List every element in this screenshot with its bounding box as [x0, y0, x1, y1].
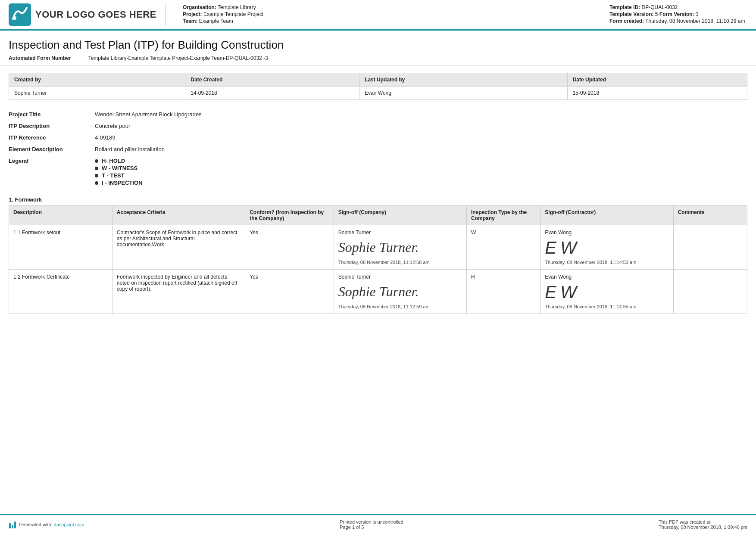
legend-item-3: I - INSPECTION	[95, 180, 143, 186]
info-col-date-updated: Date Updated	[567, 73, 747, 87]
team-line: Team: Example Team	[183, 18, 592, 24]
footer-generated-label: Generated with	[19, 522, 51, 527]
row-1-comments	[673, 270, 747, 314]
col-conform: Conform? (from Inspection by the Company…	[245, 206, 334, 225]
logo-icon	[9, 3, 31, 26]
itp-description-label: ITP Description	[9, 123, 95, 129]
col-signoff-company: Sign-off (Company)	[334, 206, 466, 225]
element-description-value: Bollard and pillar installation	[95, 146, 747, 152]
row-1-signoff-contractor-sig: E W	[545, 282, 669, 302]
header-meta: Organisation: Template Library Project: …	[174, 3, 747, 26]
itp-description-row: ITP Description Concrete pour	[9, 120, 747, 132]
form-created-line: Form created: Thursday, 08 November 2018…	[609, 18, 747, 24]
row-1-signoff-company-sig: Sophie Turner.	[338, 282, 462, 302]
project-line: Project: Example Template Project	[183, 11, 592, 17]
col-inspection-type: Inspection Type by the Company	[467, 206, 540, 225]
row-1-signoff-company: Sophie TurnerSophie Turner.Thursday, 08 …	[334, 270, 466, 314]
col-acceptance: Acceptance Criteria	[112, 206, 245, 225]
logo-text: YOUR LOGO GOES HERE	[35, 9, 156, 20]
bullet-icon-0	[95, 159, 98, 163]
legend-text-0: H- HOLD	[102, 158, 125, 164]
section1-heading: 1. Formwork	[0, 190, 756, 205]
svg-rect-0	[9, 3, 31, 26]
header-meta-center: Organisation: Template Library Project: …	[183, 4, 592, 25]
form-number-label: Automated Form Number	[9, 55, 71, 61]
legend-item-1: W - WITNESS	[95, 165, 143, 171]
row-1-conform: Yes	[245, 270, 334, 314]
row-1-acceptance: Formwork inspected by Engineer and all d…	[112, 270, 245, 314]
footer-pdf-created-label: This PDF was created at	[659, 519, 747, 525]
legend-item-2: T - TEST	[95, 172, 143, 179]
row-1-signoff-contractor-date: Thursday, 08 November 2018, 11:14:55 am	[545, 304, 669, 309]
meta-section: Project Title Wendel Street Apartment Bl…	[0, 107, 756, 190]
row-1-signoff-company-date: Thursday, 08 November 2018, 11:12:59 am	[338, 304, 462, 309]
row-1-signoff-contractor-name: Evan Wong	[545, 274, 669, 280]
itp-reference-row: ITP Reference 4-09189	[9, 132, 747, 143]
legend-text-1: W - WITNESS	[102, 165, 137, 171]
row-0-signoff-company-name: Sophie Turner	[338, 230, 462, 236]
col-description: Description	[9, 206, 112, 225]
row-0-inspection-type: W	[467, 225, 540, 270]
bullet-icon-3	[95, 181, 98, 185]
legend-text-3: I - INSPECTION	[102, 180, 143, 186]
footer-pdf-created-value: Thursday, 08 November 2018, 1:09:46 pm	[659, 525, 747, 530]
row-0-conform: Yes	[245, 225, 334, 270]
template-version-line: Template Version: 5 Form Version: 3	[609, 11, 747, 17]
info-date-created: 14-09-2018	[185, 87, 359, 100]
legend-item-0: H- HOLD	[95, 158, 143, 164]
row-0-signoff-company-date: Thursday, 08 November 2018, 11:12:58 am	[338, 260, 462, 265]
project-title-value: Wendel Street Apartment Block Updgrades	[95, 111, 747, 118]
itp-reference-value: 4-09189	[95, 134, 747, 141]
footer-page-total: of 5	[356, 525, 364, 530]
row-0-description: 1.1 Formwork setout	[9, 225, 112, 270]
footer-generated-link[interactable]: dashpivot.com	[54, 522, 84, 527]
element-description-label: Element Description	[9, 146, 95, 152]
row-0-signoff-contractor-date: Thursday, 08 November 2018, 11:14:53 am	[545, 260, 669, 265]
form-number-value: Template Library-Example Template Projec…	[88, 55, 268, 61]
itp-reference-label: ITP Reference	[9, 134, 95, 141]
org-line: Organisation: Template Library	[183, 4, 592, 10]
svg-rect-3	[12, 525, 13, 528]
row-0-signoff-contractor-name: Evan Wong	[545, 230, 669, 236]
row-0-signoff-company-sig: Sophie Turner.	[338, 237, 462, 258]
svg-rect-2	[9, 523, 11, 528]
title-section: Inspection and Test Plan (ITP) for Build…	[0, 31, 756, 66]
info-col-last-updated-by: Last Updated by	[359, 73, 568, 87]
header-meta-right: Template ID: DP-QUAL-0032 Template Versi…	[609, 4, 747, 25]
footer-page-info: Page 1 of 5	[340, 525, 403, 530]
footer-generated: Generated with dashpivot.com	[9, 521, 84, 528]
info-last-updated-by: Evan Wong	[359, 87, 568, 100]
info-created-by: Sophie Turner	[9, 87, 185, 100]
logo-area: YOUR LOGO GOES HERE	[9, 3, 166, 26]
main-table: Description Acceptance Criteria Conform?…	[9, 205, 747, 314]
page-header: YOUR LOGO GOES HERE Organisation: Templa…	[0, 0, 756, 31]
element-description-row: Element Description Bollard and pillar i…	[9, 143, 747, 155]
row-0-signoff-contractor-sig: E W	[545, 237, 669, 258]
info-date-updated: 15-09-2018	[567, 87, 747, 100]
row-0-comments	[673, 225, 747, 270]
project-title-row: Project Title Wendel Street Apartment Bl…	[9, 109, 747, 120]
info-table: Created by Date Created Last Updated by …	[9, 73, 747, 100]
table-row-1: 1.2 Formwork CertificateFormwork inspect…	[9, 270, 747, 314]
row-0-acceptance: Contractor's Scope of Formwork in place …	[112, 225, 245, 270]
legend-row: Legend H- HOLD W - WITNESS T - TEST I - …	[9, 155, 747, 189]
table-row-0: 1.1 Formwork setoutContractor's Scope of…	[9, 225, 747, 270]
row-0-signoff-company: Sophie TurnerSophie Turner.Thursday, 08 …	[334, 225, 466, 270]
form-number-row: Automated Form Number Template Library-E…	[9, 55, 747, 61]
row-1-inspection-type: H	[467, 270, 540, 314]
doc-title: Inspection and Test Plan (ITP) for Build…	[9, 38, 747, 52]
legend-text-2: T - TEST	[102, 172, 125, 179]
footer-page-label: Page 1	[340, 525, 355, 530]
row-0-signoff-contractor: Evan WongE WThursday, 08 November 2018, …	[540, 225, 673, 270]
row-1-signoff-contractor: Evan WongE WThursday, 08 November 2018, …	[540, 270, 673, 314]
info-col-date-created: Date Created	[185, 73, 359, 87]
footer-print-text: Printed version is uncontrolled	[340, 519, 403, 525]
svg-point-1	[13, 16, 16, 20]
info-col-created-by: Created by	[9, 73, 185, 87]
svg-rect-4	[14, 522, 16, 528]
template-id-line: Template ID: DP-QUAL-0032	[609, 4, 747, 10]
footer-pdf-created: This PDF was created at Thursday, 08 Nov…	[659, 519, 747, 530]
page-footer: Generated with dashpivot.com Printed ver…	[0, 514, 756, 534]
project-title-label: Project Title	[9, 111, 95, 118]
col-comments: Comments	[673, 206, 747, 225]
